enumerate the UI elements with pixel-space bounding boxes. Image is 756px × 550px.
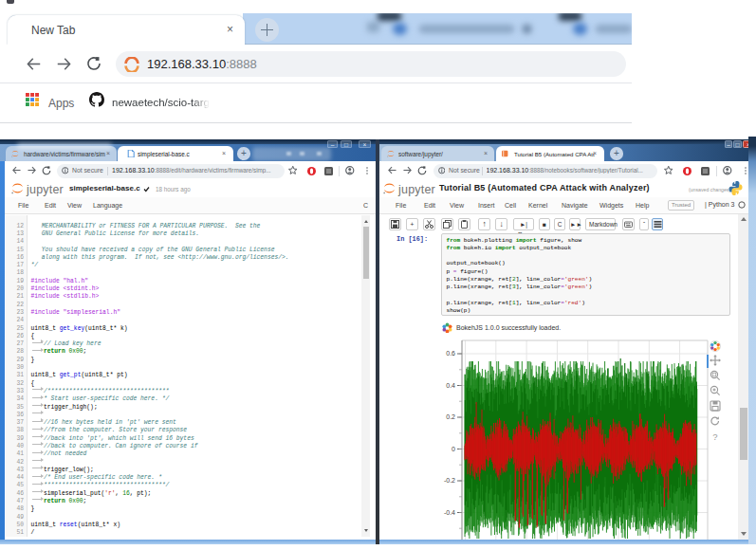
svg-text:0: 0 bbox=[452, 446, 455, 452]
svg-text:-0.4: -0.4 bbox=[444, 509, 455, 516]
svg-text:0.6: 0.6 bbox=[446, 350, 455, 357]
svg-text:0.4: 0.4 bbox=[446, 382, 455, 389]
svg-text:0.2: 0.2 bbox=[446, 413, 455, 420]
svg-text:?: ? bbox=[712, 431, 717, 442]
svg-text:-0.2: -0.2 bbox=[444, 477, 455, 484]
